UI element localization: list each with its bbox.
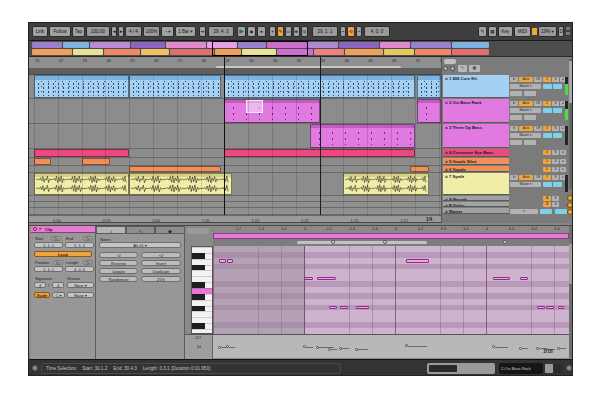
- arrangement-overview[interactable]: [29, 41, 573, 57]
- arm-button[interactable]: ●: [560, 159, 566, 164]
- midi-overdub-button[interactable]: +: [269, 26, 276, 37]
- monitor-in-button[interactable]: In: [510, 101, 518, 106]
- scroll-strip[interactable]: [297, 241, 427, 244]
- solo-button[interactable]: S: [552, 126, 559, 131]
- master-pan-field[interactable]: [555, 209, 567, 214]
- draw-mode-button[interactable]: ✎: [478, 26, 487, 37]
- lane-track-4[interactable]: [29, 149, 441, 158]
- midi-note[interactable]: [558, 306, 565, 310]
- marker-dot-icon[interactable]: [503, 240, 507, 244]
- grid-icon[interactable]: ▦: [469, 65, 480, 72]
- track-name-3[interactable]: ⊙3 Three Op Bass: [443, 124, 509, 148]
- output-routing-select[interactable]: Master ▾: [510, 84, 541, 89]
- nudge-up-button[interactable]: ►: [118, 26, 124, 37]
- envelopes-tab[interactable]: ∿: [126, 226, 155, 234]
- send-a-field[interactable]: [510, 91, 522, 96]
- groove-select[interactable]: None ▾: [67, 282, 94, 288]
- output-routing-select[interactable]: Master ▾: [510, 133, 541, 138]
- scale-name-select[interactable]: Major ▾: [67, 292, 94, 298]
- midi-note[interactable]: [304, 277, 313, 281]
- arrangement-clip[interactable]: [417, 99, 441, 123]
- midi-note[interactable]: [227, 259, 234, 263]
- solo-button[interactable]: S: [552, 159, 559, 164]
- loop-start-field[interactable]: 29. 1. 1: [312, 26, 338, 37]
- midi-note[interactable]: [546, 306, 554, 310]
- root-note-select[interactable]: C ▾: [52, 292, 65, 298]
- send-a-field[interactable]: [510, 115, 522, 120]
- midi-note[interactable]: [493, 277, 510, 281]
- pencil-icon[interactable]: ✎: [458, 65, 467, 72]
- track-fold-icon[interactable]: ⊙: [445, 210, 448, 214]
- pan-field[interactable]: [553, 133, 562, 138]
- track-name-2[interactable]: ⊙2 Oxi Bass Rack: [443, 99, 509, 123]
- radio-circle-icon[interactable]: [450, 66, 455, 71]
- time-ruler[interactable]: 1/4 0:500:551:001:051:101:151:201:25: [29, 215, 441, 223]
- signature-denominator-field[interactable]: 4: [52, 282, 64, 288]
- midi-note[interactable]: [356, 306, 369, 310]
- track-name-5[interactable]: ⊙5 Vocals Slice: [443, 158, 509, 165]
- midi-note[interactable]: [537, 306, 545, 310]
- track-name-6[interactable]: ⊙6 Vocals: [443, 166, 509, 172]
- link-button[interactable]: Link: [32, 26, 48, 37]
- marker-dot-icon[interactable]: [331, 240, 335, 244]
- arrangement-clip[interactable]: [34, 158, 51, 165]
- legato-button[interactable]: Legato: [99, 268, 138, 274]
- tempo-field[interactable]: 100.00: [86, 26, 110, 37]
- track-activator-button[interactable]: 4: [543, 150, 551, 155]
- record-button[interactable]: ●: [257, 26, 266, 37]
- automation-arm-button[interactable]: ✎: [277, 26, 284, 37]
- clip-start-field[interactable]: 1. 1. 1: [34, 242, 63, 248]
- track-activator-button[interactable]: 1: [543, 77, 551, 82]
- arm-button[interactable]: ●: [560, 150, 566, 155]
- marker-dot-icon[interactable]: [383, 240, 387, 244]
- position-set-button[interactable]: Set: [53, 260, 63, 265]
- arrangement-clip[interactable]: [410, 166, 429, 172]
- solo-button[interactable]: S: [552, 150, 559, 155]
- arrangement-options-pill[interactable]: [444, 59, 456, 64]
- punch-in-button[interactable]: ⌐: [340, 26, 346, 37]
- lane-track-2[interactable]: [29, 99, 441, 124]
- quantization-menu[interactable]: 1 Bar ▾: [175, 26, 196, 37]
- track-name-B[interactable]: ⊙B Delay: [443, 202, 509, 207]
- piano-roll-scroll-thumb[interactable]: [569, 244, 573, 284]
- arrangement-clip[interactable]: [224, 99, 319, 123]
- monitor-auto-button[interactable]: Auto: [519, 77, 533, 82]
- radio-circle-icon[interactable]: [443, 66, 448, 71]
- reverse-button[interactable]: Reverse: [99, 260, 138, 266]
- volume-field[interactable]: [543, 182, 552, 187]
- loop-button[interactable]: ⟲: [347, 26, 355, 37]
- solo-button[interactable]: S: [552, 196, 559, 201]
- pan-field[interactable]: [553, 182, 562, 187]
- stop-button[interactable]: ■: [247, 26, 256, 37]
- time-signature-field[interactable]: 4 / 4: [125, 26, 142, 37]
- volume-field[interactable]: [543, 84, 552, 89]
- session-record-button[interactable]: ◎: [301, 26, 308, 37]
- monitor-off-button[interactable]: Off: [534, 126, 542, 131]
- piano-keys[interactable]: [191, 246, 213, 334]
- midi-note[interactable]: [219, 259, 226, 263]
- clip-position-field[interactable]: 1. 1. 1: [34, 266, 63, 272]
- track-name-1[interactable]: ⊙1 808 Core Kit: [443, 75, 509, 98]
- lane-track-6[interactable]: [29, 166, 441, 173]
- track-activator-button[interactable]: 2: [543, 101, 551, 106]
- track-fold-icon[interactable]: ⊙: [445, 101, 448, 105]
- track-fold-icon[interactable]: ⊙: [445, 151, 448, 155]
- length-set-button[interactable]: Set: [83, 260, 93, 265]
- halve-time-button[interactable]: ÷2: [99, 252, 138, 258]
- end-set-button[interactable]: Set: [83, 236, 93, 241]
- lane-track-1[interactable]: [29, 75, 441, 99]
- arm-button[interactable]: ●: [560, 167, 566, 172]
- arrangement-clip[interactable]: [343, 173, 429, 195]
- track-activator-button[interactable]: 7: [543, 175, 551, 180]
- double-time-button[interactable]: ×2: [141, 252, 181, 258]
- arrangement-clip[interactable]: [34, 173, 129, 195]
- computer-midi-keyboard-button[interactable]: ▦: [488, 26, 497, 37]
- output-routing-select[interactable]: Master ▾: [510, 108, 541, 113]
- track-fold-icon[interactable]: ⊙: [445, 175, 448, 179]
- lane-track-5[interactable]: [29, 158, 441, 166]
- track-activator-button[interactable]: 6: [543, 167, 551, 172]
- follow-button[interactable]: Follow: [49, 26, 71, 37]
- beat-time-ruler[interactable]: 212223242526272829303132333435363738: [29, 57, 441, 69]
- insert-marker-line[interactable]: [320, 57, 321, 215]
- randomize-amount-field[interactable]: 25%: [141, 276, 181, 282]
